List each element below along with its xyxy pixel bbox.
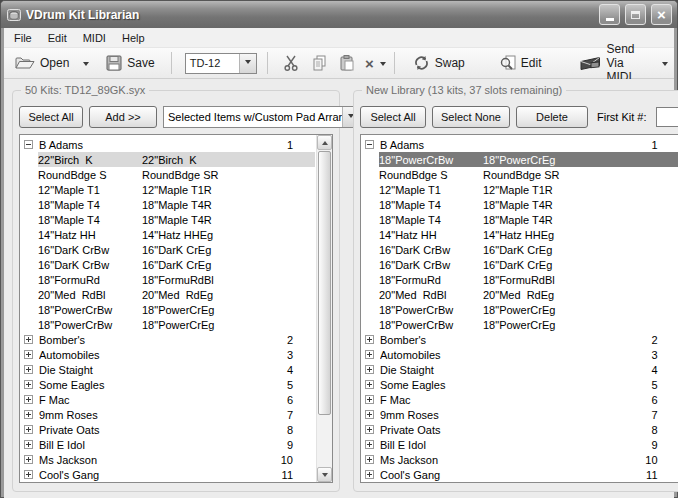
pad-row[interactable]: 18"Maple T4 18"Maple T4R: [361, 212, 678, 227]
tree-row-kit[interactable]: Cool's Gang 11: [361, 467, 678, 482]
pad-row[interactable]: 18"PowerCrBw 18"PowerCrEg: [20, 317, 315, 332]
tree-row-kit[interactable]: Bill E Idol 9: [20, 437, 315, 452]
tree-row-kit[interactable]: Bill E Idol 9: [361, 437, 678, 452]
scrollbar[interactable]: [316, 135, 332, 482]
expand-icon[interactable]: [24, 395, 33, 404]
expand-icon[interactable]: [365, 335, 374, 344]
expand-icon[interactable]: [24, 440, 33, 449]
pad-row[interactable]: 20"Med RdBl 20"Med RdEg: [20, 287, 315, 302]
pad-row[interactable]: 18"Maple T4 18"Maple T4R: [20, 212, 315, 227]
pad-row[interactable]: 20"Med RdBl 20"Med RdEg: [361, 287, 678, 302]
titlebar[interactable]: VDrum Kit Librarian ×: [1, 1, 677, 28]
close-button[interactable]: ×: [651, 4, 672, 25]
swap-button[interactable]: Swap: [408, 52, 469, 74]
tree-row-kit[interactable]: Die Staight 4: [361, 362, 678, 377]
pad-row[interactable]: 18"PowerCrBw 18"PowerCrEg: [361, 302, 678, 317]
pad-row[interactable]: 18"PowerCrBw 18"PowerCrEg: [361, 317, 678, 332]
scroll-down-button[interactable]: [317, 467, 332, 482]
expand-icon[interactable]: [365, 380, 374, 389]
select-none-button[interactable]: Select None: [432, 106, 510, 128]
tree-row-kit[interactable]: B Adams 1: [361, 137, 678, 152]
tree-row-kit[interactable]: B Adams 1: [20, 137, 315, 152]
tree-row-kit[interactable]: Bomber's 2: [361, 332, 678, 347]
expand-icon[interactable]: [365, 365, 374, 374]
menu-item[interactable]: MIDI: [75, 30, 114, 46]
expand-icon[interactable]: [365, 350, 374, 359]
maximize-button[interactable]: [625, 4, 646, 25]
pad-row[interactable]: 14"Hatz HH 14"Hatz HHEg: [361, 227, 678, 242]
pad-row[interactable]: 18"FormuRd 18"FormuRdBl: [20, 272, 315, 287]
tree-row-kit[interactable]: Ms Jackson 10: [361, 452, 678, 467]
collapse-icon[interactable]: [24, 140, 33, 149]
tree-row-kit[interactable]: 9mm Roses 7: [20, 407, 315, 422]
expand-icon[interactable]: [24, 425, 33, 434]
expand-icon[interactable]: [365, 440, 374, 449]
device-combobox[interactable]: TD-12: [185, 53, 257, 74]
tree-row-kit[interactable]: 9mm Roses 7: [361, 407, 678, 422]
pad-row[interactable]: RoundBdge S RoundBdge SR: [20, 167, 315, 182]
expand-icon[interactable]: [24, 470, 33, 479]
tree-row-kit[interactable]: F Mac 6: [361, 392, 678, 407]
select-all-button-left[interactable]: Select All: [19, 106, 83, 128]
pad-row[interactable]: 18"Maple T4 18"Maple T4R: [20, 197, 315, 212]
source-kit-list[interactable]: B Adams 1 22"Birch K 22"Birch K: [19, 134, 333, 483]
pad-row[interactable]: 12"Maple T1 12"Maple T1R: [20, 182, 315, 197]
open-button[interactable]: Open: [10, 52, 73, 74]
cut-button[interactable]: [279, 52, 303, 74]
expand-icon[interactable]: [24, 455, 33, 464]
tree-row-kit[interactable]: Cool's Gang 11: [20, 467, 315, 482]
pad-row[interactable]: 18"PowerCrBw 18"PowerCrEg: [20, 302, 315, 317]
tree-row-kit[interactable]: Private Oats 8: [361, 422, 678, 437]
collapse-icon[interactable]: [365, 140, 374, 149]
pad-row[interactable]: RoundBdge S RoundBdge SR: [361, 167, 678, 182]
pad-row[interactable]: 12"Maple T1 12"Maple T1R: [361, 182, 678, 197]
save-button[interactable]: Save: [101, 52, 158, 74]
pad-row[interactable]: 16"DarK CrBw 16"DarK CrEg: [361, 257, 678, 272]
expand-icon[interactable]: [24, 335, 33, 344]
pad-row[interactable]: 22"Birch K 22"Birch K: [20, 152, 315, 167]
tree-row-kit[interactable]: Die Staight 4: [20, 362, 315, 377]
delete-dropdown-arrow[interactable]: [380, 62, 386, 69]
tree-row-kit[interactable]: Automobiles 3: [20, 347, 315, 362]
pad-row[interactable]: 14"Hatz HH 14"Hatz HHEg: [20, 227, 315, 242]
scroll-thumb[interactable]: [318, 151, 331, 415]
tree-row-kit[interactable]: Private Oats 8: [20, 422, 315, 437]
expand-icon[interactable]: [365, 410, 374, 419]
delete-button-panel[interactable]: Delete: [516, 106, 588, 128]
scroll-up-button[interactable]: [317, 135, 332, 150]
tree-row-kit[interactable]: Some Eagles 5: [361, 377, 678, 392]
tree-row-kit[interactable]: Automobiles 3: [361, 347, 678, 362]
menu-item[interactable]: Help: [114, 30, 153, 46]
expand-icon[interactable]: [24, 410, 33, 419]
pad-row[interactable]: 18"PowerCrBw 18"PowerCrEg: [361, 152, 678, 167]
first-kit-input[interactable]: [656, 107, 678, 127]
expand-icon[interactable]: [24, 365, 33, 374]
expand-icon[interactable]: [365, 455, 374, 464]
pad-row[interactable]: 16"DarK CrBw 16"DarK CrEg: [20, 242, 315, 257]
minimize-button[interactable]: [599, 4, 620, 25]
pad-row[interactable]: 18"FormuRd 18"FormuRdBl: [361, 272, 678, 287]
add-mode-combobox[interactable]: Selected Items w/Custom Pad Arrar: [163, 106, 360, 128]
library-kit-list[interactable]: B Adams 1 18"PowerCrBw 18"PowerCrEg: [360, 134, 678, 483]
expand-icon[interactable]: [365, 425, 374, 434]
tree-row-kit[interactable]: Bomber's 2: [20, 332, 315, 347]
device-combobox-dropdown[interactable]: [239, 54, 256, 73]
pad-row[interactable]: 16"DarK CrBw 16"DarK CrEg: [20, 257, 315, 272]
edit-button[interactable]: Edit: [495, 52, 546, 74]
expand-icon[interactable]: [24, 350, 33, 359]
menu-item[interactable]: Edit: [40, 30, 75, 46]
add-button[interactable]: Add >>: [89, 106, 157, 128]
select-all-button-right[interactable]: Select All: [360, 106, 426, 128]
menu-item[interactable]: File: [6, 30, 40, 46]
expand-icon[interactable]: [365, 470, 374, 479]
expand-icon[interactable]: [24, 380, 33, 389]
delete-button[interactable]: ×: [361, 54, 378, 73]
send-midi-dropdown-arrow[interactable]: [662, 62, 668, 69]
tree-row-kit[interactable]: Some Eagles 5: [20, 377, 315, 392]
pad-row[interactable]: 16"DarK CrBw 16"DarK CrEg: [361, 242, 678, 257]
copy-button[interactable]: [307, 52, 332, 74]
open-dropdown-arrow[interactable]: [83, 62, 89, 69]
expand-icon[interactable]: [365, 395, 374, 404]
paste-button[interactable]: [334, 52, 359, 74]
tree-row-kit[interactable]: Ms Jackson 10: [20, 452, 315, 467]
